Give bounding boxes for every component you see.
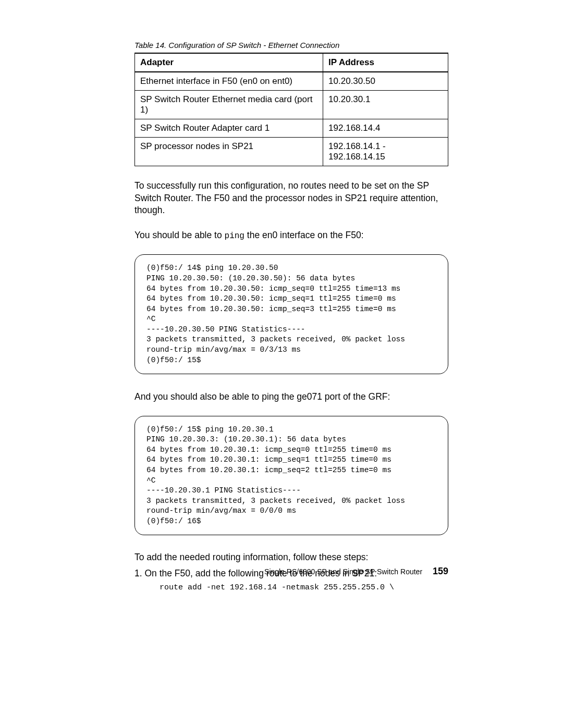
table-header-row: Adapter IP Address xyxy=(135,53,448,72)
paragraph-2: You should be able to ping the en0 inter… xyxy=(134,229,448,242)
paragraph-3: And you should also be able to ping the … xyxy=(134,391,448,403)
page-footer: Single RS/6000 SP and Single SP Switch R… xyxy=(134,566,448,577)
ping-command-inline: ping xyxy=(225,231,244,241)
para2-post: the en0 interface on the F50: xyxy=(244,230,364,240)
cell-adapter: Ethernet interface in F50 (en0 on ent0) xyxy=(135,72,323,91)
cell-adapter: SP Switch Router Adapter card 1 xyxy=(135,119,323,138)
col-header-adapter: Adapter xyxy=(135,53,323,72)
footer-text: Single RS/6000 SP and Single SP Switch R… xyxy=(264,567,422,576)
table-row: SP Switch Router Ethernet media card (po… xyxy=(135,91,448,119)
cell-adapter: SP processor nodes in SP21 xyxy=(135,138,323,166)
cell-adapter: SP Switch Router Ethernet media card (po… xyxy=(135,91,323,119)
table-row: SP processor nodes in SP21 192.168.14.1 … xyxy=(135,138,448,166)
cell-ip: 10.20.30.50 xyxy=(323,72,448,91)
para2-pre: You should be able to xyxy=(134,230,225,240)
cell-ip: 10.20.30.1 xyxy=(323,91,448,119)
table-caption: Table 14. Configuration of SP Switch - E… xyxy=(134,41,448,50)
table-row: Ethernet interface in F50 (en0 on ent0) … xyxy=(135,72,448,91)
paragraph-1: To successfully run this configuration, … xyxy=(134,180,448,217)
cell-ip: 192.168.14.4 xyxy=(323,119,448,138)
table-row: SP Switch Router Adapter card 1 192.168.… xyxy=(135,119,448,138)
cell-ip: 192.168.14.1 - 192.168.14.15 xyxy=(323,138,448,166)
terminal-output-1: (0)f50:/ 14$ ping 10.20.30.50 PING 10.20… xyxy=(134,254,448,374)
route-command: route add -net 192.168.14 -netmask 255.2… xyxy=(134,583,448,592)
col-header-ip: IP Address xyxy=(323,53,448,72)
config-table: Adapter IP Address Ethernet interface in… xyxy=(134,53,448,166)
page-number: 159 xyxy=(433,566,448,576)
steps-intro: To add the needed routing information, f… xyxy=(134,552,448,563)
terminal-output-2: (0)f50:/ 15$ ping 10.20.30.1 PING 10.20.… xyxy=(134,416,448,536)
